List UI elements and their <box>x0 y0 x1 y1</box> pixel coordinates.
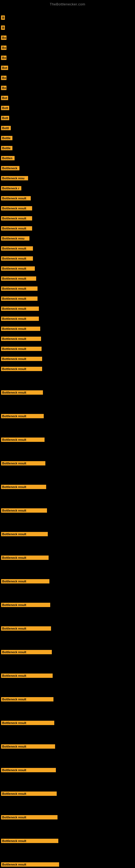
bar-row: Bottleneck result <box>1 579 49 584</box>
bar-label: Bottleneck result <box>1 414 44 418</box>
bar-label: Bott <box>1 106 9 110</box>
bar-label: Bottleneck result <box>1 390 43 395</box>
bar-label: Bottleneck result <box>1 246 33 251</box>
bar-row: Bottle <box>1 146 12 150</box>
bar-label: Bottleneck result <box>1 256 33 261</box>
bar-row: Bottleneck result <box>1 286 38 291</box>
bar-label: Bottleneck result <box>1 508 47 513</box>
bar-label: Bottleneck result <box>1 792 57 796</box>
bar-label: Bottleneck result <box>1 297 38 301</box>
bar-label: Bottleneck result <box>1 337 41 341</box>
bar-row: Bottleneck result <box>1 316 39 321</box>
bar-label: Bot <box>1 96 8 100</box>
bar-row: Bottleneck r <box>1 186 21 190</box>
bar-label: Bottleneck result <box>1 327 40 331</box>
bar-row: Bo <box>1 45 6 50</box>
bar-row: Bottleneck result <box>1 347 42 351</box>
bar-label: Bo <box>1 76 6 80</box>
bar-label: B <box>1 26 5 30</box>
bar-row: Bott <box>1 106 9 110</box>
bar-label: Bottleneck result <box>1 437 45 442</box>
bar-row: Bottleneck result <box>1 626 51 631</box>
bar-row: Bottleneck result <box>1 556 49 560</box>
bar-row: Bottleneck result <box>1 744 55 749</box>
bar-row: Bo <box>1 86 6 90</box>
bar-label: Bottleneck result <box>1 721 54 725</box>
bar-row: B <box>1 16 5 20</box>
bar-row: Bottleneck resu <box>1 176 28 180</box>
bar-row: Bot <box>1 96 8 100</box>
bar-label: Bottleneck result <box>1 226 32 230</box>
bar-label: Bottleneck result <box>1 307 39 311</box>
bar-label: Bo <box>1 56 6 60</box>
bar-row: Bottleneck result <box>1 508 47 513</box>
bar-label: Bottleneck result <box>1 196 31 200</box>
bar-row: Bottleneck result <box>1 246 33 251</box>
bar-row: Bottleneck result <box>1 461 45 465</box>
bar-label: Bo <box>1 45 6 50</box>
bar-label: Bottleneck result <box>1 316 39 321</box>
bar-row: Bottleneck result <box>1 267 35 271</box>
bar-label: Bottleneck result <box>1 276 36 281</box>
bar-label: Bottleneck result <box>1 367 42 371</box>
bar-row: Bottleneck result <box>1 815 57 819</box>
bar-row: Bottleneck result <box>1 485 46 489</box>
bar-label: Bottlen <box>1 156 14 160</box>
bar-row: Bottleneck result <box>1 437 45 442</box>
site-title: TheBottlenecker.com <box>0 0 135 7</box>
bar-label: Bottleneck result <box>1 347 42 351</box>
bar-label: Bot <box>1 66 8 70</box>
bar-label: Bottleneck result <box>1 815 57 819</box>
bar-label: Bottleneck result <box>1 697 53 702</box>
bar-row: Bottleneck result <box>1 337 41 341</box>
bar-row: Bottl <box>1 126 11 130</box>
bar-row: Bottleneck result <box>1 650 52 654</box>
bar-row: Bottleneck result <box>1 276 36 281</box>
bar-row: Bottleneck result <box>1 603 50 607</box>
bar-row: Bottleneck result <box>1 367 42 371</box>
bar-label: Bottleneck result <box>1 267 35 271</box>
bar-label: Bottleneck result <box>1 556 49 560</box>
bar-label: Bottleneck result <box>1 357 42 361</box>
bar-row: Bottleneck result <box>1 414 44 418</box>
bar-row: Bottleneck result <box>1 297 38 301</box>
bar-row: Bottlen <box>1 156 14 160</box>
bar-row: Bottleneck result <box>1 674 53 678</box>
bar-label: Bottleneck result <box>1 626 51 631</box>
bar-label: Bottleneck result <box>1 579 49 584</box>
bar-row: Bott <box>1 116 9 120</box>
bar-row: Bottleneck result <box>1 196 31 200</box>
bar-row: Bottle <box>1 136 12 140</box>
bar-row: Bottleneck resu <box>1 236 30 241</box>
bar-row: Bottleneck result <box>1 697 53 702</box>
bar-label: Bottleneck result <box>1 674 53 678</box>
bar-row: Bottleneck result <box>1 327 40 331</box>
bar-label: Bottle <box>1 146 12 150</box>
bar-row: B <box>1 26 5 30</box>
bar-row: Bottleneck result <box>1 216 32 220</box>
bar-label: Bottleneck result <box>1 485 46 489</box>
bar-row: Bottleneck result <box>1 206 32 211</box>
bar-row: Bottleneck result <box>1 532 48 536</box>
bar-row: Bo <box>1 35 6 40</box>
bar-label: Bottleneck <box>1 166 19 170</box>
bar-label: Bottleneck result <box>1 768 56 772</box>
bar-label: Bott <box>1 116 9 120</box>
bar-label: Bottleneck result <box>1 603 50 607</box>
bar-row: Bottleneck result <box>1 256 33 261</box>
bar-label: Bottleneck result <box>1 650 52 654</box>
bar-label: Bottleneck result <box>1 862 59 867</box>
bar-row: Bo <box>1 76 6 80</box>
bar-label: Bottleneck result <box>1 286 38 291</box>
bar-label: B <box>1 16 5 20</box>
bar-label: Bottl <box>1 126 11 130</box>
bar-label: Bottle <box>1 136 12 140</box>
bar-row: Bottleneck result <box>1 721 54 725</box>
bar-label: Bottleneck result <box>1 532 48 536</box>
bar-label: Bottleneck r <box>1 186 21 190</box>
bar-row: Bot <box>1 66 8 70</box>
bar-row: Bottleneck result <box>1 390 43 395</box>
bar-label: Bo <box>1 35 6 40</box>
bar-row: Bo <box>1 56 6 60</box>
bar-row: Bottleneck result <box>1 862 59 867</box>
